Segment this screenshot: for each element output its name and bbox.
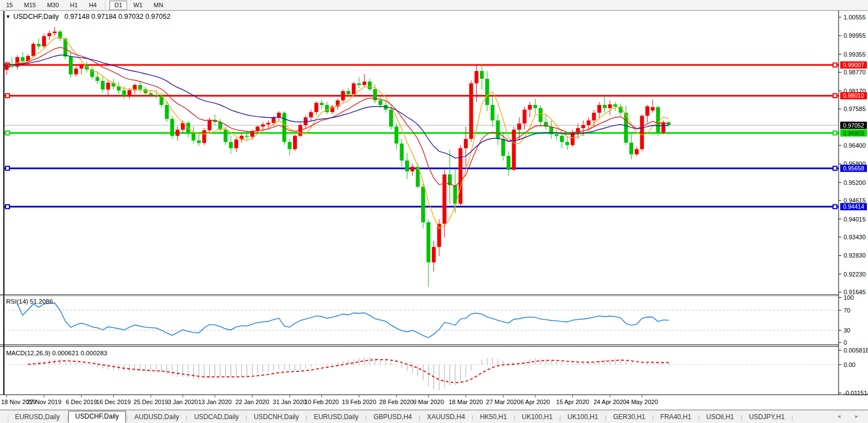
price-line-badge: 0.95658 (840, 165, 867, 172)
chart-tab-hk50-h1[interactable]: HK50,H1 (473, 411, 514, 423)
price-tick-label: 0.92830 (844, 252, 866, 259)
date-tick-label: 3 Jan 2020 (168, 399, 198, 405)
tab-strip-edge (0, 414, 8, 423)
chart-tab-ger30-h1[interactable]: GER30,H1 (607, 411, 652, 423)
line-handle[interactable] (6, 94, 9, 98)
tab-scroll-arrows[interactable]: ◂ ▸ (837, 413, 865, 419)
svg-text:0.98010: 0.98010 (843, 92, 864, 99)
chart-window: 1.005550.999550.993550.987700.981700.975… (0, 11, 868, 410)
date-tick-label: 27 Nov 2019 (27, 399, 61, 405)
timeframe-button-15[interactable]: 15 (1, 1, 18, 10)
chart-tab-usdcnh-daily[interactable]: USDCNH,Daily (247, 411, 305, 423)
chart-tab-uk100-h1[interactable]: UK100,H1 (561, 411, 605, 423)
date-tick-label: 13 Jan 2020 (198, 399, 232, 405)
line-handle[interactable] (833, 167, 837, 170)
price-tick-label: 0.92230 (844, 271, 866, 278)
svg-text:0.96803: 0.96803 (843, 130, 864, 137)
timeframe-button-h4[interactable]: H4 (84, 1, 102, 10)
price-tick-label: 0.98770 (844, 69, 866, 75)
date-tick-label: 22 Jan 2020 (235, 399, 269, 405)
date-tick-label: 15 Apr 2020 (556, 399, 589, 405)
date-tick-label: 28 Feb 2020 (379, 399, 413, 405)
rsi-tick-label: 100 (844, 294, 854, 301)
chart-title: USDCHF,Daily0.97148 0.97184 0.97032 0.97… (13, 13, 170, 21)
price-tick-label: 0.94015 (844, 216, 866, 223)
line-handle[interactable] (833, 94, 837, 98)
chart-tab-xauusd-h4[interactable]: XAUUSD,H4 (420, 411, 472, 423)
svg-text:0.99007: 0.99007 (843, 62, 864, 68)
price-line-badge: 0.96803 (840, 129, 867, 137)
chart-tab-audusd-daily[interactable]: AUDUSD,Daily (128, 411, 186, 423)
price-tick-label: 0.97585 (844, 105, 866, 112)
macd-tick-label: 0.005818 (844, 347, 868, 354)
chart-tab-gbpusd-h4[interactable]: GBPUSD,H4 (367, 411, 418, 423)
chart-tab-usdcad-daily[interactable]: USDCAD,Daily (188, 411, 246, 423)
price-line-badge: 0.94414 (840, 203, 867, 210)
line-handle[interactable] (6, 131, 9, 135)
candlestick-chart[interactable]: 1.005550.999550.993550.987700.981700.975… (0, 11, 868, 410)
date-tick-label: 9 Mar 2020 (413, 399, 444, 405)
svg-text:0.95658: 0.95658 (843, 165, 864, 172)
date-tick-label: 18 Mar 2020 (448, 399, 483, 405)
rsi-tick-label: 70 (844, 307, 850, 314)
chart-tab-bar: EURUSD,Daily|USDCHF,Daily|AUDUSD,Daily|U… (0, 410, 868, 423)
chart-collapse-icon[interactable]: ▼ (6, 14, 11, 19)
line-handle[interactable] (833, 63, 837, 67)
price-tick-label: 1.00555 (844, 14, 866, 21)
date-tick-label: 31 Jan 2020 (273, 399, 307, 405)
svg-text:0.94414: 0.94414 (843, 203, 864, 210)
price-line-badge: 0.98010 (840, 92, 867, 99)
chart-tab-fra40-h1[interactable]: FRA40,H1 (654, 411, 698, 423)
price-tick-label: 0.99955 (844, 32, 866, 39)
current-price-badge: 0.97052 (840, 122, 867, 129)
price-tick-label: 0.96400 (844, 142, 866, 149)
macd-label: MACD(12,26,9) 0.000621 0.000283 (6, 350, 107, 356)
date-tick-label: 10 Feb 2020 (305, 399, 339, 405)
date-tick-label: 4 May 2020 (626, 399, 658, 405)
line-handle[interactable] (6, 205, 9, 209)
line-handle[interactable] (6, 167, 9, 170)
timeframe-button-m30[interactable]: M30 (42, 1, 64, 10)
rsi-tick-label: 0 (844, 339, 847, 346)
chart-tab-uk100-h1[interactable]: UK100,H1 (515, 411, 559, 423)
date-tick-label: 24 Apr 2020 (593, 399, 626, 405)
toolbar-separator (105, 1, 106, 9)
date-tick-label: 16 Dec 2019 (96, 399, 130, 405)
rsi-label: RSI(14) 51.2086 (6, 298, 53, 305)
rsi-tick-label: 30 (844, 327, 850, 334)
price-line-badge: 0.99007 (840, 62, 867, 69)
chart-tab-usdjpy-h1[interactable]: USDJPY,H1 (742, 411, 791, 423)
timeframe-button-d1[interactable]: D1 (109, 1, 127, 10)
date-tick-label: 27 Mar 2020 (486, 399, 521, 405)
date-tick-label: 19 Feb 2020 (342, 399, 376, 405)
timeframe-button-w1[interactable]: W1 (128, 1, 148, 10)
line-handle[interactable] (833, 131, 837, 135)
date-tick-label: 6 Apr 2020 (521, 399, 550, 405)
timeframe-button-mn[interactable]: MN (149, 1, 168, 10)
macd-tick-label: 0.00 (844, 361, 855, 368)
price-tick-label: 0.93430 (844, 234, 866, 240)
timeframe-button-h1[interactable]: H1 (65, 1, 83, 10)
timeframe-button-m15[interactable]: M15 (19, 1, 41, 10)
macd-tick-label: -0.011514 (844, 390, 868, 396)
date-tick-label: 6 Dec 2019 (66, 399, 97, 405)
price-tick-label: 0.95200 (844, 179, 866, 186)
chart-tab-eurusd-daily[interactable]: EURUSD,Daily (8, 411, 67, 423)
line-handle[interactable] (833, 205, 837, 209)
price-tick-label: 0.99355 (844, 51, 866, 58)
timeframe-toolbar: 15M15M30H1H4D1W1MN (0, 0, 868, 11)
svg-text:0.97052: 0.97052 (843, 122, 864, 129)
date-tick-label: 25 Dec 2019 (134, 399, 168, 405)
tab-separator: | (791, 414, 793, 423)
chart-tab-usoil-h1[interactable]: USOil,H1 (700, 411, 741, 423)
chart-tab-eurusd-daily[interactable]: EURUSD,Daily (307, 411, 365, 423)
chart-tab-usdchf-daily[interactable]: USDCHF,Daily (68, 411, 127, 423)
